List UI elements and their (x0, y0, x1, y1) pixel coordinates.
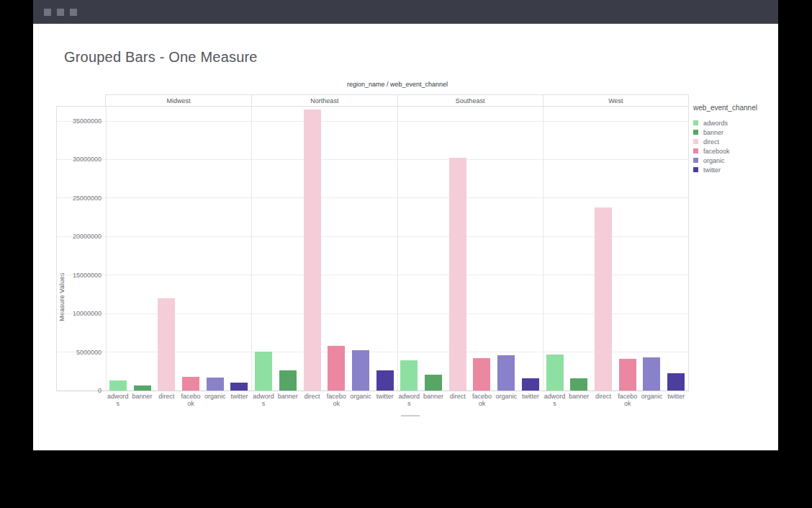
bar-southeast-direct[interactable] (449, 158, 466, 391)
bar-southeast-banner[interactable] (425, 375, 442, 391)
legend-swatch-icon (693, 158, 698, 163)
gridline (57, 159, 688, 160)
bar-northeast-direct[interactable] (304, 110, 321, 391)
plot-area: Measure Values 0500000010000000150000002… (56, 106, 689, 391)
y-tick-label: 15000000 (57, 271, 102, 280)
facet-divider (397, 107, 398, 391)
bar-west-organic[interactable] (643, 357, 660, 391)
bar-northeast-twitter[interactable] (376, 370, 394, 391)
legend-label: facebook (703, 148, 730, 155)
facet-axis-title: region_name / web_event_channel (106, 81, 689, 88)
bar-midwest-adwords[interactable] (109, 380, 127, 391)
bar-west-direct[interactable] (595, 208, 612, 391)
legend-label: organic (703, 157, 725, 164)
legend-label: direct (703, 138, 719, 146)
y-tick-label: 10000000 (57, 309, 102, 318)
bar-northeast-adwords[interactable] (255, 352, 272, 391)
window-button-icon[interactable] (57, 9, 64, 16)
window-titlebar (33, 0, 778, 24)
gridline (57, 352, 688, 352)
legend-label: adwords (703, 120, 728, 127)
facet-divider (543, 107, 543, 391)
window-button-icon[interactable] (70, 9, 77, 16)
bar-midwest-direct[interactable] (158, 298, 175, 391)
facet-header-midwest: Midwest (106, 95, 251, 107)
facet-header-west: West (543, 95, 688, 107)
bar-northeast-organic[interactable] (352, 350, 369, 391)
page-title: Grouped Bars - One Measure (64, 49, 258, 66)
legend-label: twitter (703, 166, 721, 174)
legend-swatch-icon (693, 139, 698, 144)
legend-swatch-icon (693, 148, 698, 153)
y-tick-label: 25000000 (57, 194, 102, 202)
scroll-indicator[interactable] (401, 415, 420, 416)
bar-southeast-organic[interactable] (497, 355, 515, 391)
legend-item-direct[interactable]: direct (693, 137, 774, 146)
bar-midwest-banner[interactable] (134, 386, 151, 391)
app-window: Grouped Bars - One Measure region_name /… (33, 0, 778, 450)
legend-item-adwords[interactable]: adwords (693, 118, 774, 128)
window-button-icon[interactable] (44, 9, 51, 16)
bar-west-twitter[interactable] (667, 373, 685, 391)
bar-southeast-adwords[interactable] (400, 360, 418, 391)
gridline (57, 313, 688, 314)
legend-label: banner (703, 129, 723, 136)
facet-header-band: MidwestNortheastSoutheastWest (105, 94, 689, 107)
legend-item-organic[interactable]: organic (693, 156, 774, 165)
facet-divider (251, 107, 252, 391)
legend-item-banner[interactable]: banner (693, 128, 774, 137)
bar-northeast-banner[interactable] (279, 370, 297, 391)
gridline (57, 236, 688, 237)
facet-header-northeast: Northeast (251, 95, 397, 107)
bar-southeast-twitter[interactable] (522, 378, 539, 391)
bar-southeast-facebook[interactable] (473, 358, 490, 391)
x-axis-labels: adwordsbannerdirectfacebookorganictwitte… (106, 393, 688, 411)
y-tick-label: 0 (57, 386, 102, 395)
legend-item-twitter[interactable]: twitter (693, 165, 774, 174)
bar-west-facebook[interactable] (619, 359, 636, 391)
bar-midwest-twitter[interactable] (230, 383, 248, 391)
facet-divider (106, 107, 107, 391)
legend-items: adwordsbannerdirectfacebookorganictwitte… (693, 118, 774, 174)
legend-swatch-icon (693, 167, 698, 172)
gridline (57, 197, 688, 198)
y-tick-label: 30000000 (57, 155, 102, 164)
y-tick-label: 20000000 (57, 232, 102, 241)
bar-midwest-organic[interactable] (207, 378, 224, 391)
bar-west-banner[interactable] (570, 378, 587, 391)
legend-swatch-icon (693, 130, 698, 135)
gridline (57, 275, 688, 275)
legend-swatch-icon (693, 120, 698, 125)
legend-item-facebook[interactable]: facebook (693, 146, 774, 156)
bar-midwest-facebook[interactable] (182, 377, 199, 391)
y-tick-label: 35000000 (57, 117, 102, 125)
legend: web_event_channel adwordsbannerdirectfac… (693, 104, 774, 174)
x-tick-label-twitter: twitter (662, 393, 690, 400)
legend-title: web_event_channel (693, 104, 774, 112)
titlebar-buttons (44, 9, 77, 16)
facet-header-southeast: Southeast (397, 95, 543, 107)
y-tick-label: 5000000 (57, 348, 102, 357)
bar-west-adwords[interactable] (546, 355, 564, 391)
gridline (57, 121, 688, 122)
bar-northeast-facebook[interactable] (328, 346, 345, 391)
